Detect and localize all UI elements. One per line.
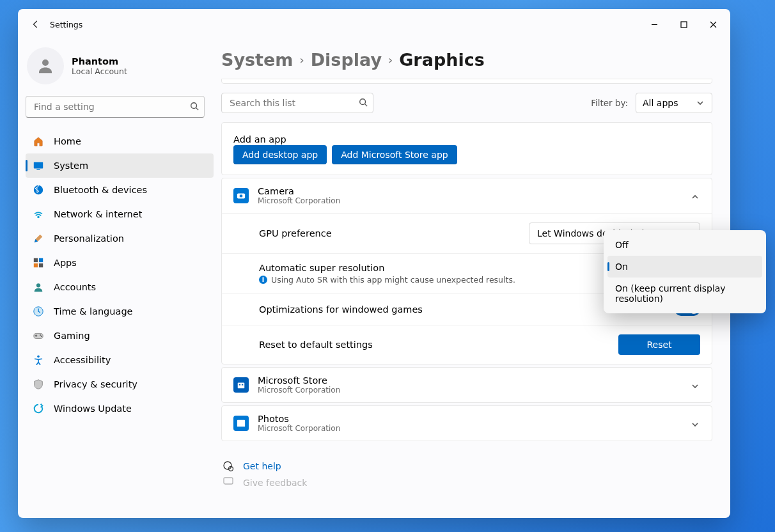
accounts-icon bbox=[32, 281, 45, 293]
find-setting-search[interactable] bbox=[26, 96, 205, 118]
list-search-input[interactable] bbox=[230, 98, 359, 108]
search-icon bbox=[190, 101, 199, 113]
app-card-store[interactable]: Microsoft Store Microsoft Corporation bbox=[221, 367, 712, 403]
profile[interactable]: Phantom Local Account bbox=[26, 42, 214, 95]
nav-item-bluetooth[interactable]: Bluetooth & devices bbox=[26, 178, 214, 202]
nav-item-label: Accessibility bbox=[54, 355, 111, 365]
nav-item-label: Time & language bbox=[54, 306, 133, 317]
svg-rect-20 bbox=[239, 384, 241, 386]
app-header-camera[interactable]: Camera Microsoft Corporation bbox=[222, 178, 712, 213]
find-setting-input[interactable] bbox=[34, 102, 190, 112]
chevron-down-icon bbox=[691, 419, 700, 428]
maximize-button[interactable] bbox=[669, 13, 698, 36]
add-app-label: Add an app bbox=[233, 134, 286, 145]
avatar bbox=[27, 47, 64, 84]
nav-item-apps[interactable]: Apps bbox=[26, 251, 214, 275]
close-button[interactable] bbox=[698, 13, 728, 36]
truncated-card-above bbox=[221, 79, 712, 84]
nav-item-label: Gaming bbox=[54, 331, 90, 341]
add-desktop-app-button[interactable]: Add desktop app bbox=[233, 145, 327, 164]
filter-select[interactable]: All apps bbox=[636, 93, 712, 113]
asr-dropdown-menu[interactable]: OffOnOn (keep current display resolution… bbox=[604, 230, 766, 313]
app-title: Photos bbox=[258, 414, 340, 424]
nav-item-home[interactable]: Home bbox=[26, 129, 214, 153]
chevron-up-icon bbox=[691, 191, 700, 200]
nav-item-time[interactable]: Time & language bbox=[26, 299, 214, 324]
app-card-photos[interactable]: Photos Microsoft Corporation bbox=[221, 405, 712, 441]
chevron-down-icon bbox=[696, 98, 705, 107]
minimize-button[interactable] bbox=[639, 13, 669, 36]
system-icon bbox=[32, 159, 45, 172]
add-store-app-button[interactable]: Add Microsoft Store app bbox=[332, 145, 457, 164]
nav-item-privacy[interactable]: Privacy & security bbox=[26, 372, 214, 396]
get-help-link[interactable]: Get help bbox=[243, 461, 281, 471]
breadcrumb-system[interactable]: System bbox=[221, 50, 293, 70]
reset-label: Reset to default settings bbox=[259, 340, 373, 350]
chevron-right-icon: › bbox=[388, 53, 393, 66]
give-feedback-link[interactable]: Give feedback bbox=[243, 478, 307, 488]
photos-icon bbox=[233, 416, 249, 431]
svg-rect-6 bbox=[34, 258, 38, 262]
filter-row: Filter by: All apps bbox=[221, 93, 712, 113]
privacy-icon bbox=[32, 378, 45, 391]
nav-item-network[interactable]: Network & internet bbox=[26, 202, 214, 226]
reset-button[interactable]: Reset bbox=[618, 334, 700, 355]
nav-item-accessibility[interactable]: Accessibility bbox=[26, 348, 214, 372]
filter-by-label: Filter by: bbox=[591, 98, 628, 108]
nav-item-label: Bluetooth & devices bbox=[54, 185, 147, 195]
app-publisher: Microsoft Corporation bbox=[258, 196, 340, 205]
auto-sr-label: Automatic super resolution bbox=[259, 263, 515, 273]
nav-item-label: Privacy & security bbox=[54, 379, 137, 389]
info-icon: i bbox=[259, 276, 267, 284]
nav-item-system[interactable]: System bbox=[26, 153, 214, 178]
window-controls bbox=[639, 13, 728, 36]
app-title: Camera bbox=[258, 186, 340, 196]
chevron-down-icon bbox=[691, 380, 700, 389]
home-icon bbox=[32, 135, 45, 148]
nav-item-update[interactable]: Windows Update bbox=[26, 396, 214, 421]
svg-rect-8 bbox=[34, 263, 38, 267]
camera-icon bbox=[233, 188, 249, 203]
update-icon bbox=[32, 402, 45, 415]
breadcrumb: System › Display › Graphics bbox=[221, 50, 712, 70]
list-search[interactable] bbox=[221, 93, 373, 113]
chevron-right-icon: › bbox=[299, 53, 304, 66]
feedback-icon bbox=[223, 476, 234, 490]
get-help-row[interactable]: Get help bbox=[221, 454, 712, 472]
svg-point-23 bbox=[224, 462, 231, 469]
menu-item[interactable]: On (keep current display resolution) bbox=[607, 278, 762, 309]
app-publisher: Microsoft Corporation bbox=[258, 424, 340, 433]
nav-item-label: Apps bbox=[54, 258, 77, 268]
svg-point-16 bbox=[360, 98, 366, 104]
svg-point-15 bbox=[37, 356, 40, 358]
titlebar: Settings bbox=[18, 9, 730, 40]
give-feedback-row[interactable]: Give feedback bbox=[221, 472, 712, 490]
reset-row: Reset to default settings Reset bbox=[222, 325, 712, 364]
menu-item[interactable]: Off bbox=[607, 234, 762, 256]
nav-list: HomeSystemBluetooth & devicesNetwork & i… bbox=[26, 129, 214, 421]
help-icon bbox=[223, 460, 234, 472]
menu-item[interactable]: On bbox=[607, 256, 762, 278]
svg-rect-21 bbox=[242, 384, 244, 386]
search-icon bbox=[359, 97, 368, 109]
bluetooth-icon bbox=[32, 184, 45, 196]
accessibility-icon bbox=[32, 354, 45, 366]
gpu-preference-label: GPU preference bbox=[259, 228, 332, 239]
svg-point-13 bbox=[40, 334, 41, 336]
nav-item-label: Accounts bbox=[54, 282, 96, 292]
store-icon bbox=[233, 377, 249, 393]
breadcrumb-display[interactable]: Display bbox=[311, 50, 382, 70]
back-button[interactable] bbox=[26, 14, 46, 35]
svg-rect-3 bbox=[34, 162, 43, 169]
nav-item-label: System bbox=[54, 160, 88, 171]
auto-sr-info: i Using Auto SR with this app might caus… bbox=[259, 275, 515, 285]
breadcrumb-graphics: Graphics bbox=[399, 50, 485, 70]
profile-name: Phantom bbox=[72, 56, 127, 66]
nav-item-accounts[interactable]: Accounts bbox=[26, 275, 214, 299]
network-icon bbox=[32, 208, 45, 221]
svg-rect-22 bbox=[237, 420, 245, 427]
nav-item-gaming[interactable]: Gaming bbox=[26, 324, 214, 348]
svg-rect-0 bbox=[681, 22, 687, 27]
filter-select-value: All apps bbox=[643, 98, 678, 108]
nav-item-personalization[interactable]: Personalization bbox=[26, 226, 214, 251]
